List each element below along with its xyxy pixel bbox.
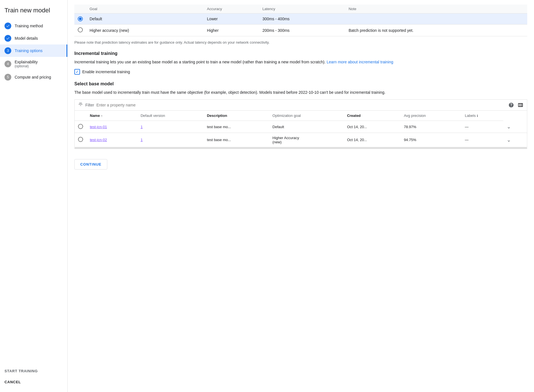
sidebar-item-label-training-method: Training method	[15, 24, 43, 28]
accuracy-default: Lower	[204, 14, 259, 24]
table-row[interactable]: test-icn-02 1 test base mo... Higher Acc…	[75, 133, 527, 147]
goal-default: Default	[86, 14, 204, 24]
sidebar-item-label-training-options: Training options	[15, 48, 43, 53]
filter-left: Filter	[78, 102, 158, 108]
model-opt-goal-1: Default	[269, 121, 344, 133]
radio-higher-accuracy[interactable]	[78, 27, 83, 32]
col-description-header: Description	[204, 111, 269, 121]
col-created-header: Created	[344, 111, 400, 121]
model-desc-2: test base mo...	[204, 133, 269, 147]
scrollbar-hint	[74, 147, 527, 149]
select-base-model-title: Select base model	[74, 81, 527, 86]
model-labels-1: —	[462, 121, 504, 133]
step-icon-5: 5	[5, 74, 11, 81]
col-labels-header: Labels ℹ	[462, 111, 504, 121]
latency-note: Please note that prediction latency esti…	[74, 40, 527, 45]
radio-default[interactable]	[78, 16, 83, 21]
sidebar-item-sublabel-explainability: (optional)	[15, 64, 38, 68]
sidebar-title: Train new model	[0, 5, 67, 20]
col-goal: Goal	[86, 5, 204, 14]
checkbox-label: Enable incremental training	[82, 70, 130, 74]
incremental-training-link[interactable]: Learn more about incremental training	[327, 60, 393, 64]
continue-button[interactable]: CONTINUE	[74, 159, 107, 170]
filter-right	[508, 102, 524, 108]
latency-default: 300ms - 400ms	[259, 14, 345, 24]
table-row[interactable]: Default Lower 300ms - 400ms	[74, 14, 527, 24]
checkbox-check-icon: ✓	[75, 70, 79, 74]
optimization-goal-table: Goal Accuracy Latency Note Default Lower…	[74, 5, 527, 36]
enable-incremental-checkbox[interactable]: ✓	[74, 69, 80, 75]
model-desc-1: test base mo...	[204, 121, 269, 133]
col-default-version-header: Default version	[137, 111, 204, 121]
table-row[interactable]: Higher accuracy (new) Higher 200ms - 300…	[74, 24, 527, 36]
sidebar-item-label-compute-pricing: Compute and pricing	[15, 75, 51, 79]
model-version-1[interactable]: 1	[141, 125, 143, 129]
incremental-training-desc: Incremental training lets you use an exi…	[74, 59, 527, 65]
col-accuracy: Accuracy	[204, 5, 259, 14]
note-default	[345, 14, 527, 24]
col-note: Note	[345, 5, 527, 14]
filter-input[interactable]	[96, 103, 158, 107]
start-training-button[interactable]: START TRAINING	[0, 366, 67, 377]
sidebar-item-compute-pricing[interactable]: 5 Compute and pricing	[0, 71, 67, 83]
model-avg-prec-1: 78.97%	[400, 121, 462, 133]
radio-row-1[interactable]	[78, 124, 83, 129]
col-latency: Latency	[259, 5, 345, 14]
accuracy-higher: Higher	[204, 24, 259, 36]
sidebar-item-label-model-details: Model details	[15, 36, 38, 41]
filter-bar: Filter	[74, 99, 527, 110]
col-select-header	[75, 111, 87, 121]
model-table: Name ↑ Default version Description Optim…	[74, 110, 527, 147]
select-base-model-desc: The base model used to incrementally tra…	[74, 89, 527, 95]
filter-icon	[78, 102, 83, 108]
sidebar-item-training-method[interactable]: Training method	[0, 20, 67, 32]
model-labels-2: —	[462, 133, 504, 147]
sidebar: Train new model Training method Model de…	[0, 0, 68, 392]
expand-row-1-icon[interactable]: ⌄	[507, 124, 511, 130]
step-icon-3: 3	[5, 47, 11, 54]
sidebar-item-model-details[interactable]: Model details	[0, 32, 67, 44]
columns-icon[interactable]	[517, 102, 524, 108]
model-name-1[interactable]: test-icn-01	[90, 125, 107, 129]
help-icon[interactable]	[508, 102, 514, 108]
model-created-2: Oct 14, 20...	[344, 133, 400, 147]
sidebar-item-label-explainability: Explainability	[15, 60, 38, 64]
model-opt-goal-2: Higher Accuracy(new)	[269, 133, 344, 147]
step-icon-4: 4	[5, 61, 11, 67]
goal-higher: Higher accuracy (new)	[86, 24, 204, 36]
step-icon-2	[5, 35, 11, 42]
note-higher: Batch prediction is not supported yet.	[345, 24, 527, 36]
enable-incremental-checkbox-row[interactable]: ✓ Enable incremental training	[74, 69, 527, 75]
cancel-button[interactable]: CANCEL	[0, 377, 67, 387]
model-version-2[interactable]: 1	[141, 138, 143, 142]
col-optimization-goal-header: Optimization goal	[269, 111, 344, 121]
col-avg-precision-header: Avg precision	[400, 111, 462, 121]
col-name-header[interactable]: Name ↑	[86, 111, 137, 121]
expand-row-2-icon[interactable]: ⌄	[507, 137, 511, 143]
model-name-2[interactable]: test-icn-02	[90, 138, 107, 142]
sidebar-item-explainability[interactable]: 4 Explainability (optional)	[0, 57, 67, 71]
filter-label: Filter	[85, 103, 94, 107]
model-created-1: Oct 14, 20...	[344, 121, 400, 133]
step-icon-1	[5, 23, 11, 29]
incremental-training-title: Incremental training	[74, 51, 527, 56]
sidebar-item-training-options[interactable]: 3 Training options	[0, 44, 67, 57]
model-avg-prec-2: 94.75%	[400, 133, 462, 147]
table-row[interactable]: test-icn-01 1 test base mo... Default Oc…	[75, 121, 527, 133]
sort-arrow-icon: ↑	[101, 114, 103, 117]
col-labels-info-icon: ℹ	[477, 114, 478, 117]
radio-row-2[interactable]	[78, 137, 83, 142]
main-content: Goal Accuracy Latency Note Default Lower…	[68, 0, 534, 392]
latency-higher: 200ms - 300ms	[259, 24, 345, 36]
